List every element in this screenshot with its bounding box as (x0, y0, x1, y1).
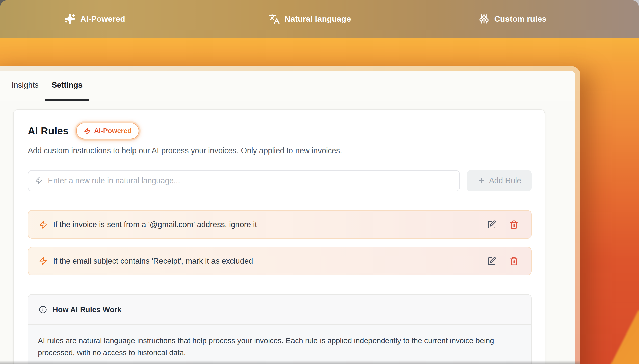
rule-text: If the invoice is sent from a '@gmail.co… (53, 220, 481, 229)
ai-powered-badge: AI-Powered (76, 123, 139, 139)
feature-ai-powered: AI-Powered (64, 0, 125, 38)
info-box-title: How AI Rules Work (52, 305, 121, 314)
add-rule-button[interactable]: Add Rule (467, 170, 532, 191)
info-icon (39, 306, 47, 314)
info-box-body: AI rules are natural language instructio… (28, 325, 531, 364)
ai-rules-card: AI Rules AI-Powered Add custom instructi… (13, 109, 545, 364)
plus-icon (477, 177, 485, 185)
feature-natural-language: Natural language (269, 0, 351, 38)
info-box-header: How AI Rules Work (28, 295, 531, 325)
feature-label: AI-Powered (80, 14, 125, 24)
tab-settings[interactable]: Settings (45, 71, 89, 101)
add-rule-label: Add Rule (489, 176, 521, 185)
feature-custom-rules: Custom rules (478, 0, 547, 38)
zap-icon (39, 257, 47, 265)
feature-label: Custom rules (494, 14, 547, 24)
rule-row: If the invoice is sent from a '@gmail.co… (28, 210, 532, 239)
new-rule-input[interactable] (47, 176, 453, 186)
bottom-shade (0, 360, 580, 364)
page-title: AI Rules (28, 125, 69, 137)
rule-text: If the email subject contains 'Receipt',… (53, 257, 481, 266)
delete-rule-button[interactable] (509, 256, 519, 266)
sliders-icon (478, 13, 490, 25)
rule-row: If the email subject contains 'Receipt',… (28, 247, 532, 275)
heading-row: AI Rules AI-Powered (28, 123, 139, 139)
trash-icon (509, 220, 518, 229)
delete-rule-button[interactable] (509, 220, 519, 229)
badge-label: AI-Powered (94, 127, 132, 135)
sparkles-icon (64, 13, 76, 25)
languages-icon (269, 13, 280, 25)
feature-label: Natural language (285, 14, 351, 24)
zap-icon (84, 128, 91, 134)
edit-icon (487, 257, 496, 266)
edit-rule-button[interactable] (487, 256, 496, 266)
app-window: Insights Settings AI Rules AI-Powered (0, 66, 580, 364)
edit-rule-button[interactable] (487, 220, 496, 229)
tab-bar: Insights Settings (0, 71, 575, 101)
screen: AI-Powered Natural language Custom rules… (0, 0, 639, 364)
feature-bar: AI-Powered Natural language Custom rules (0, 0, 639, 38)
tab-insights[interactable]: Insights (5, 71, 45, 101)
edit-icon (487, 220, 496, 229)
info-box: How AI Rules Work AI rules are natural l… (28, 294, 532, 364)
zap-icon (35, 177, 42, 185)
tab-label: Settings (52, 81, 83, 90)
new-rule-input-wrap (28, 170, 460, 191)
app-window-content: Insights Settings AI Rules AI-Powered (0, 71, 575, 364)
zap-icon (39, 220, 47, 229)
new-rule-row: Add Rule (28, 170, 532, 191)
panel-description: Add custom instructions to help our AI p… (28, 146, 342, 155)
tab-label: Insights (12, 81, 39, 90)
trash-icon (509, 257, 518, 266)
